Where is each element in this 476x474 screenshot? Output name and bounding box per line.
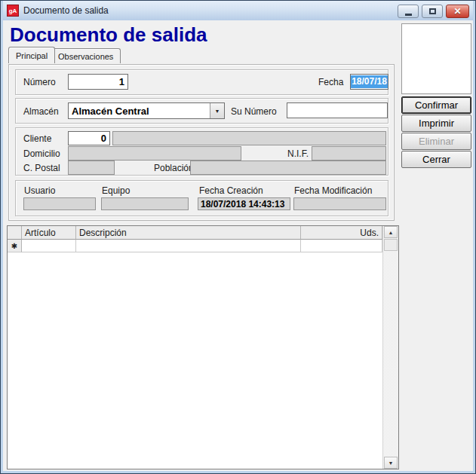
numero-field[interactable]: 1: [68, 74, 128, 90]
fecha-field[interactable]: 18/07/18: [350, 74, 388, 90]
minimize-button[interactable]: [398, 5, 419, 18]
imprimir-button[interactable]: Imprimir: [401, 115, 471, 132]
grid-header-selector: [8, 226, 22, 240]
su-numero-field[interactable]: [287, 102, 388, 118]
grid-header-descripcion[interactable]: Descripción: [76, 226, 301, 240]
new-row-marker-icon: ✱: [8, 240, 22, 252]
fecha-selected-text: 18/07/18: [351, 75, 388, 88]
page-title: Documento de salida: [10, 23, 207, 47]
equipo-field: [101, 197, 189, 210]
grid-header-uds[interactable]: Uds.: [301, 226, 382, 240]
cliente-code-field[interactable]: 0: [68, 131, 110, 145]
nif-label: N.I.F.: [287, 148, 309, 159]
tab-page-principal: Número 1 Fecha 18/07/18 Almacén Almacén …: [8, 64, 395, 221]
su-numero-label: Su Número: [231, 106, 277, 117]
almacen-label: Almacén: [23, 106, 59, 117]
restore-icon: [429, 8, 436, 14]
window-title: Documento de salida: [23, 5, 109, 16]
cerrar-button[interactable]: Cerrar: [401, 151, 471, 168]
fecha-creacion-field: 18/07/2018 14:43:13: [198, 197, 290, 210]
cliente-label: Cliente: [23, 133, 51, 144]
group-almacen: Almacén Almacén Central ▼ Su Número: [15, 98, 388, 124]
cliente-name-field: [112, 131, 386, 145]
equipo-label: Equipo: [102, 185, 130, 196]
domicilio-field: [68, 146, 241, 161]
new-row-descripcion-cell[interactable]: [76, 240, 301, 252]
lines-grid: Artículo Descripción Uds. ✱ ▲ ▼: [7, 225, 399, 469]
new-row-articulo-cell[interactable]: [22, 240, 76, 252]
tab-observaciones[interactable]: Observaciones: [51, 48, 121, 63]
grid-header: Artículo Descripción Uds.: [8, 226, 398, 240]
almacen-selected-value: Almacén Central: [69, 106, 210, 117]
nif-field: [312, 146, 386, 161]
close-button[interactable]: ✕: [446, 5, 469, 18]
restore-button[interactable]: [422, 5, 443, 18]
grid-new-row: ✱: [8, 240, 398, 252]
minimize-icon: [405, 14, 412, 16]
fecha-label: Fecha: [318, 77, 343, 87]
eliminar-button: Eliminar: [401, 133, 471, 150]
c-postal-field: [68, 161, 115, 175]
chevron-down-icon[interactable]: ▼: [210, 103, 224, 118]
window-documento-de-salida: gA Documento de salida ✕ Documento de sa…: [0, 0, 476, 474]
image-placeholder: [401, 23, 471, 94]
poblacion-field: [190, 161, 386, 175]
new-row-uds-cell[interactable]: [301, 240, 382, 252]
almacen-dropdown[interactable]: Almacén Central ▼: [68, 102, 225, 119]
numero-label: Número: [23, 77, 56, 87]
fecha-creacion-label: Fecha Creación: [199, 185, 263, 196]
usuario-label: Usuario: [24, 185, 55, 196]
grid-header-articulo[interactable]: Artículo: [22, 226, 76, 240]
domicilio-label: Domicilio: [23, 148, 60, 159]
group-cliente: Cliente 0 Domicilio N.I.F. C. Postal Pob…: [15, 127, 388, 176]
grid-vertical-scrollbar[interactable]: ▲ ▼: [382, 226, 398, 469]
poblacion-label: Población: [154, 163, 194, 173]
scroll-up-icon[interactable]: ▲: [384, 226, 398, 238]
scrollbar-thumb[interactable]: [384, 239, 398, 251]
app-icon: gA: [7, 5, 19, 17]
usuario-field: [23, 197, 96, 210]
group-audit: Usuario Equipo Fecha Creación Fecha Modi…: [15, 180, 388, 216]
window-controls: ✕: [398, 5, 469, 18]
tab-principal[interactable]: Principal: [8, 47, 55, 63]
title-bar[interactable]: gA Documento de salida ✕: [1, 1, 475, 20]
scroll-down-icon[interactable]: ▼: [384, 457, 398, 469]
group-numero-fecha: Número 1 Fecha 18/07/18: [15, 69, 388, 95]
fecha-modificacion-field: [293, 197, 386, 210]
fecha-modificacion-label: Fecha Modificación: [294, 185, 372, 196]
c-postal-label: C. Postal: [23, 163, 60, 173]
confirmar-button[interactable]: Confirmar: [401, 96, 471, 114]
